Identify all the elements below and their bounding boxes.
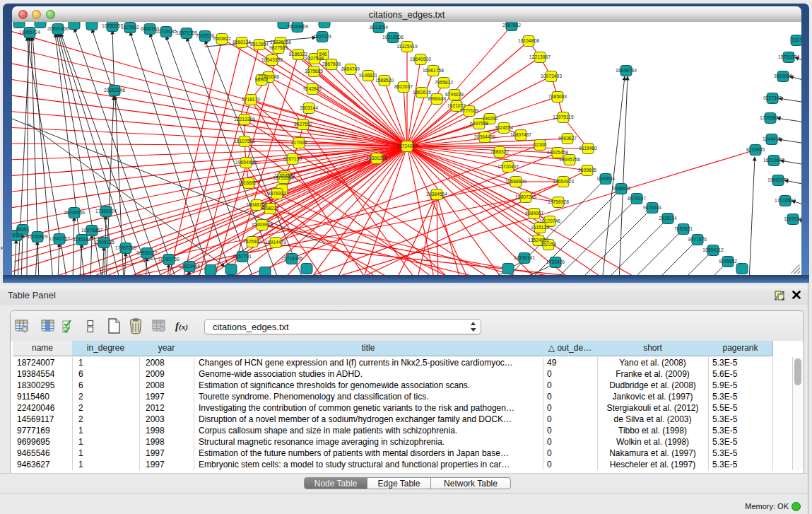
svg-text:39119: 39119: [12, 233, 23, 238]
svg-text:9227343: 9227343: [763, 95, 782, 100]
svg-text:5938923: 5938923: [612, 186, 630, 191]
svg-text:20691406: 20691406: [47, 26, 69, 31]
svg-text:1640954: 1640954: [596, 176, 615, 181]
svg-text:1117: 1117: [792, 37, 801, 42]
svg-text:12213967: 12213967: [529, 54, 551, 59]
svg-text:19692971: 19692971: [767, 177, 789, 182]
svg-text:19654985: 19654985: [235, 160, 257, 165]
svg-text:9329966: 9329966: [774, 74, 792, 78]
svg-text:12923468: 12923468: [179, 264, 200, 269]
svg-text:10719185: 10719185: [155, 29, 177, 34]
svg-text:8427552: 8427552: [294, 122, 312, 127]
svg-text:18724007: 18724007: [396, 144, 418, 148]
svg-text:16914479: 16914479: [265, 240, 286, 245]
svg-text:2803144: 2803144: [300, 105, 318, 110]
svg-text:3375685: 3375685: [305, 69, 323, 74]
svg-text:10025458: 10025458: [547, 150, 568, 155]
svg-text:9498222: 9498222: [261, 206, 279, 211]
svg-text:10975867: 10975867: [81, 228, 102, 233]
svg-text:10688609: 10688609: [505, 179, 526, 184]
svg-text:2867608: 2867608: [322, 62, 341, 66]
svg-text:7663822: 7663822: [213, 36, 231, 41]
svg-text:18733399: 18733399: [273, 175, 294, 180]
svg-text:7955812: 7955812: [435, 80, 453, 85]
svg-text:9827503: 9827503: [269, 45, 288, 50]
svg-text:7515526: 7515526: [196, 33, 214, 38]
svg-text:18055724: 18055724: [19, 30, 40, 35]
svg-text:1145194: 1145194: [73, 237, 91, 242]
svg-text:15720407: 15720407: [498, 164, 519, 169]
svg-text:10120746: 10120746: [539, 218, 560, 223]
svg-text:8454749: 8454749: [341, 66, 360, 71]
svg-text:16640910: 16640910: [410, 57, 431, 62]
svg-text:2718170: 2718170: [242, 97, 260, 102]
svg-text:16961758: 16961758: [423, 68, 444, 73]
svg-text:16782759: 16782759: [158, 257, 180, 262]
svg-text:317006: 317006: [291, 140, 307, 145]
svg-text:15226058: 15226058: [270, 40, 291, 45]
svg-text:12213309: 12213309: [234, 117, 255, 122]
svg-text:1244415: 1244415: [763, 136, 781, 141]
svg-text:19756928: 19756928: [548, 199, 569, 204]
svg-text:15409948: 15409948: [252, 222, 273, 227]
svg-text:12942757: 12942757: [49, 236, 70, 241]
svg-text:7857224: 7857224: [313, 34, 331, 39]
svg-text:252254: 252254: [541, 242, 557, 247]
svg-text:1527602: 1527602: [121, 25, 139, 30]
svg-text:9242845: 9242845: [303, 86, 322, 91]
svg-text:9115460: 9115460: [579, 146, 597, 151]
svg-text:19166827: 19166827: [238, 180, 259, 185]
svg-text:16033809: 16033809: [287, 24, 308, 29]
svg-text:1733426: 1733426: [546, 259, 565, 264]
svg-text:6497568: 6497568: [470, 121, 488, 126]
svg-text:20206556: 20206556: [64, 210, 85, 215]
svg-text:18807249: 18807249: [515, 194, 536, 199]
svg-text:2987682: 2987682: [502, 23, 521, 28]
svg-text:17359924: 17359924: [95, 209, 117, 214]
svg-text:7485063: 7485063: [548, 94, 567, 99]
svg-text:8215955: 8215955: [746, 147, 765, 152]
svg-text:3624554: 3624554: [495, 125, 513, 130]
svg-text:10958117: 10958117: [136, 250, 158, 255]
svg-text:12975115: 12975115: [553, 115, 574, 119]
svg-text:8660124: 8660124: [233, 40, 251, 45]
svg-text:8990448: 8990448: [428, 96, 446, 101]
svg-text:6794028: 6794028: [445, 92, 464, 97]
svg-text:9084067: 9084067: [525, 211, 543, 216]
svg-text:20053346: 20053346: [104, 88, 125, 93]
svg-text:8822037: 8822037: [394, 84, 413, 89]
svg-text:9657791: 9657791: [233, 254, 252, 259]
svg-text:9777169: 9777169: [460, 108, 478, 113]
svg-text:7886322: 7886322: [490, 149, 509, 154]
svg-text:12093872: 12093872: [760, 115, 781, 120]
svg-text:16154808: 16154808: [518, 38, 539, 43]
svg-text:19218506: 19218506: [382, 35, 404, 40]
svg-text:1588520: 1588520: [375, 78, 394, 83]
svg-text:98902: 98902: [255, 77, 269, 82]
svg-text:10654112: 10654112: [702, 247, 724, 252]
svg-text:12505135: 12505135: [93, 240, 114, 245]
svg-text:11325419: 11325419: [396, 44, 418, 49]
svg-text:17016504: 17016504: [775, 198, 796, 203]
svg-text:16648764: 16648764: [616, 68, 637, 73]
svg-text:1167534: 1167534: [784, 216, 801, 221]
svg-text:19384554: 19384554: [426, 192, 447, 197]
svg-text:16495756: 16495756: [559, 157, 580, 162]
svg-text:9474444: 9474444: [643, 205, 661, 210]
svg-text:62160: 62160: [534, 142, 547, 147]
svg-text:95051: 95051: [16, 227, 30, 232]
svg-text:8912954: 8912954: [250, 42, 269, 47]
svg-text:16210643: 16210643: [763, 158, 784, 163]
svg-text:9245652: 9245652: [719, 259, 737, 264]
svg-text:10655257: 10655257: [102, 23, 123, 28]
svg-text:1621072: 1621072: [447, 103, 466, 108]
svg-text:11156829: 11156829: [28, 234, 48, 239]
svg-text:7625402: 7625402: [243, 239, 261, 244]
svg-text:9327508: 9327508: [305, 56, 324, 61]
svg-text:8471676: 8471676: [688, 237, 707, 242]
svg-text:7632621: 7632621: [674, 226, 693, 231]
svg-text:10973493: 10973493: [541, 74, 562, 78]
svg-text:18300295: 18300295: [366, 156, 387, 160]
svg-text:14136141: 14136141: [514, 255, 535, 260]
svg-text:20364436: 20364436: [474, 134, 495, 139]
